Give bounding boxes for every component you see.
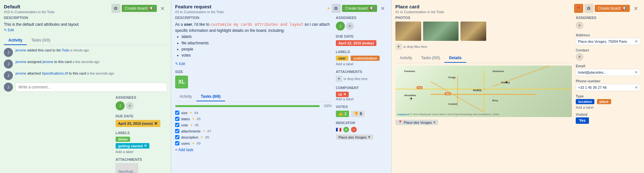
place-create-board-button[interactable]: Create board 📢 xyxy=(595,5,630,12)
attachment-thumb[interactable]: Specificati... xyxy=(116,163,138,173)
map-label-corbeil: Corbeil xyxy=(448,103,457,105)
place-tab-activity[interactable]: Activity xyxy=(395,54,417,63)
place-attach-add-button[interactable]: + xyxy=(395,43,402,50)
feature-tab-tasks[interactable]: Tasks (6/6) xyxy=(196,92,225,101)
feature-indicator-section: Indicator 🇫🇷 + − Place des Vosges ✕ xyxy=(336,121,387,140)
comment-avatar: J xyxy=(4,83,13,92)
email-input[interactable]: hotel@placedes... ✕ xyxy=(576,69,640,76)
add-assignee-button[interactable]: + xyxy=(126,102,134,110)
place-add-assignee-button[interactable]: + xyxy=(576,22,583,29)
photo-2[interactable] xyxy=(423,22,459,41)
email-value: hotel@placedes... xyxy=(578,70,606,74)
indicator-location-close[interactable]: ✕ xyxy=(368,135,371,139)
task-attachments-checkbox[interactable] xyxy=(175,129,179,133)
indicator-remove-button[interactable]: − xyxy=(351,127,357,132)
assignee-avatar-1: J xyxy=(116,101,125,110)
panel-feature-card-id: #3 xyxy=(175,10,179,14)
map-copyright: © 2013 MapQuest Some data © 2013 OpenStr… xyxy=(410,113,500,116)
task-description-checkbox[interactable] xyxy=(175,135,179,139)
size-badge[interactable]: XL xyxy=(175,76,188,88)
feature-add-label-link[interactable]: Add a label xyxy=(336,62,387,66)
add-label-link[interactable]: Add a label xyxy=(116,150,167,154)
label-customization[interactable]: customization xyxy=(351,56,380,61)
address-input[interactable]: Place des Vosges, 75004 Paris ✕ xyxy=(576,38,640,45)
task-size-checkbox[interactable] xyxy=(175,111,179,115)
indicator-location-tag: Place des Vosges ✕ xyxy=(336,134,373,140)
location-tag[interactable]: 📍 Place des Vosges ✕ xyxy=(395,120,438,125)
tab-activity[interactable]: Activity xyxy=(4,36,27,45)
location-tag-close[interactable]: ✕ xyxy=(433,121,436,124)
vote-up-button[interactable]: 👍 1 xyxy=(336,111,349,117)
label-getting-started[interactable]: getting started ✕ xyxy=(116,143,149,149)
label-close-icon[interactable]: ✕ xyxy=(144,144,147,148)
activity-attachment-3[interactable]: Specifications.rtf xyxy=(42,71,68,75)
comment-input[interactable] xyxy=(15,83,167,92)
edit-description-link[interactable]: ✎ Edit xyxy=(4,28,14,32)
vote-down-button[interactable]: 👎 0 xyxy=(351,111,365,117)
close-button[interactable]: ✕ xyxy=(158,4,167,13)
type-label-location[interactable]: location xyxy=(576,99,594,104)
visited-yes-button[interactable]: Yes xyxy=(576,117,589,124)
due-date-title: Due Date xyxy=(116,114,167,118)
add-task-label: + Add task xyxy=(175,148,193,152)
attachments-section: Attachments Specificati... + or drop fil… xyxy=(116,158,167,173)
task-attachments-label: attachments xyxy=(181,129,201,133)
place-add-label-link[interactable]: Add a label xyxy=(576,105,640,109)
label-user[interactable]: user xyxy=(336,56,348,61)
address-close-icon[interactable]: ✕ xyxy=(635,39,638,44)
feature-tab-activity[interactable]: Activity xyxy=(175,92,196,101)
feature-add-assignee-button[interactable]: + xyxy=(346,22,354,30)
contact-add-button[interactable]: + xyxy=(576,53,583,61)
feature-assignee-avatar: J xyxy=(336,22,345,31)
place-close-button[interactable]: ✕ xyxy=(631,4,640,13)
feature-due-date-badge[interactable]: April 22, 2015 (today) xyxy=(336,40,377,46)
activity-target-1[interactable]: Todo xyxy=(62,48,70,52)
photo-1[interactable] xyxy=(395,22,421,41)
label-demo[interactable]: demo xyxy=(116,137,130,142)
place-icon-button[interactable]: 📍 xyxy=(574,4,583,13)
due-date-badge[interactable]: April 23, 2015 (soon) ✕ xyxy=(116,120,161,127)
photo-3[interactable] xyxy=(460,22,486,41)
activity-user-2[interactable]: jerome xyxy=(15,60,26,64)
place-settings-button[interactable]: ⚙ xyxy=(584,4,593,13)
activity-item-3: J jerome attached Specifications.rtf to … xyxy=(4,71,167,80)
place-tab-tasks[interactable]: Tasks (0/0) xyxy=(417,54,445,63)
map-footer: mapquest © 2013 MapQuest Some data © 201… xyxy=(397,113,500,116)
feature-close-button[interactable]: ✕ xyxy=(378,4,387,13)
feature-edit-link[interactable]: ✎ Edit xyxy=(175,62,185,66)
task-vote: vote ★ #6 xyxy=(175,122,332,128)
panel-place-header: Place card #1 in Customization in list T… xyxy=(395,4,640,14)
activity-assignee-2[interactable]: jerome xyxy=(43,60,53,64)
phone-close-icon[interactable]: ✕ xyxy=(635,85,638,90)
map-container[interactable]: Pontoise Soissons Cergy Roissy PARIS Ver… xyxy=(395,66,572,117)
email-close-icon[interactable]: ✕ xyxy=(635,70,638,75)
indicator-flag-icon: 🇫🇷 xyxy=(336,127,341,132)
panel-feature-meta: #3 in Customization in list Todo xyxy=(175,10,224,14)
progress-bar-bg xyxy=(175,105,320,107)
settings-button[interactable]: ⚙ xyxy=(111,4,120,13)
tab-tasks[interactable]: Tasks (0/0) xyxy=(27,36,55,45)
task-vote-checkbox[interactable] xyxy=(175,123,179,127)
activity-user-1[interactable]: jerome xyxy=(15,48,26,52)
feature-add-component-link[interactable]: Add a label xyxy=(336,97,387,101)
indicator-add-button[interactable]: + xyxy=(343,127,349,132)
feature-attach-add-button[interactable]: + xyxy=(336,76,342,82)
activity-time-2: a few seconds ago xyxy=(72,60,99,64)
due-date-close[interactable]: ✕ xyxy=(154,121,158,126)
component-close-icon[interactable]: ✕ xyxy=(343,92,346,96)
feature-create-board-button[interactable]: Create board 📢 xyxy=(342,5,377,12)
phone-input[interactable]: +33 1 45 36 27 46 ✕ xyxy=(576,84,640,91)
activity-user-3[interactable]: jerome xyxy=(15,71,26,75)
star-icon[interactable]: ★ xyxy=(327,6,330,11)
create-board-button[interactable]: Create board 📢 xyxy=(122,5,157,12)
add-task-button[interactable]: + Add task xyxy=(175,146,193,153)
task-dates-checkbox[interactable] xyxy=(175,117,179,121)
task-users-label: users xyxy=(181,141,190,145)
panel-default-card-id: #10 xyxy=(4,10,10,14)
type-label-place[interactable]: place xyxy=(597,99,611,104)
place-tab-details[interactable]: Details xyxy=(444,54,466,63)
task-size: size ★ #4 xyxy=(175,110,332,116)
feature-settings-button[interactable]: ⚙ xyxy=(332,4,341,13)
component-ui-badge[interactable]: UI ✕ xyxy=(336,92,349,97)
task-users-checkbox[interactable] xyxy=(175,141,179,145)
